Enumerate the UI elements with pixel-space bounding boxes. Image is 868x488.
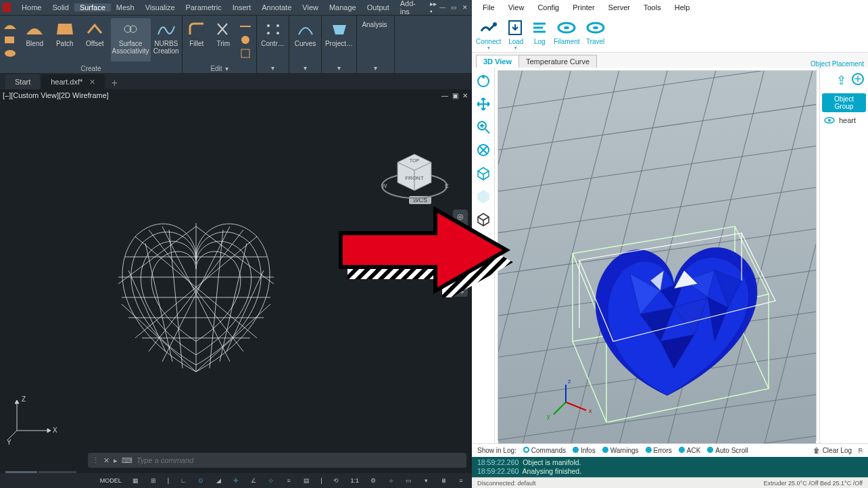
showmotion-icon[interactable]: ▦ <box>457 285 464 294</box>
extend-icon[interactable] <box>239 20 254 33</box>
chevron-down-icon[interactable]: ▾ <box>271 64 274 72</box>
maximize-icon[interactable]: ▭ <box>451 4 457 11</box>
cmd-history-icon[interactable]: ▸ <box>114 456 118 465</box>
blend-button[interactable]: Blend <box>20 18 49 62</box>
menu-solid[interactable]: Solid <box>47 3 74 11</box>
object-row[interactable]: heart <box>820 112 868 128</box>
pan-icon[interactable]: ✥ <box>458 230 464 239</box>
vp-minimize-icon[interactable]: — <box>441 92 448 99</box>
viewport[interactable]: WCS TOP FRONT W E S ◎ ✥ ⊕ ⟲ ▦ <box>0 101 472 488</box>
status-scale[interactable]: 1:1 <box>348 477 361 484</box>
3d-viewport[interactable]: x y z <box>498 70 817 441</box>
cube-icon[interactable] <box>475 211 491 227</box>
tab-temperature[interactable]: Temperature Curve <box>519 55 597 68</box>
ortho-icon[interactable]: ∟ <box>178 475 189 486</box>
connect-button[interactable]: Connect▾ <box>476 18 501 51</box>
r-menu-view[interactable]: View <box>503 3 530 11</box>
add-object-icon[interactable]: + <box>852 73 864 85</box>
transparency-icon[interactable]: ▤ <box>301 475 312 486</box>
workspace-icon[interactable]: ▭ <box>403 475 414 486</box>
filter-commands[interactable]: Commands <box>523 447 566 454</box>
angle-icon[interactable]: ∠ <box>248 475 259 486</box>
menu-annotate[interactable]: Annotate <box>256 3 297 11</box>
vp-restore-icon[interactable]: ▣ <box>452 92 458 99</box>
steering-wheel-icon[interactable]: ◎ <box>457 212 464 221</box>
osnap-icon[interactable]: ✛ <box>231 475 241 486</box>
r-menu-help[interactable]: Help <box>669 3 696 11</box>
close-icon[interactable]: ✕ <box>462 4 468 11</box>
r-menu-tools[interactable]: Tools <box>638 3 667 11</box>
polar-icon[interactable]: ⊙ <box>195 475 206 486</box>
grid-icon[interactable]: ▦ <box>130 475 141 486</box>
tab-file[interactable]: heart.dxf*✕ <box>41 74 105 89</box>
filter-errors[interactable]: Errors <box>646 447 672 454</box>
viewcube[interactable]: TOP FRONT W E S <box>377 135 452 210</box>
r-menu-file[interactable]: File <box>477 3 500 11</box>
surface-assoc-button[interactable]: Surface Associativity <box>111 18 151 62</box>
filter-ack[interactable]: ACK <box>679 447 701 454</box>
fillet-button[interactable]: Fillet <box>184 18 210 62</box>
menu-output[interactable]: Output <box>362 3 395 11</box>
minimize-icon[interactable]: — <box>439 4 445 11</box>
r-menu-server[interactable]: Server <box>603 3 635 11</box>
menu-view[interactable]: View <box>297 3 324 11</box>
otrack-icon[interactable]: ⊹ <box>266 475 276 486</box>
command-line[interactable]: ⋮ ✕ ▸ ⌨ <box>88 453 466 468</box>
menu-manage[interactable]: Manage <box>324 3 362 11</box>
r-menu-config[interactable]: Config <box>532 3 564 11</box>
monitor-icon[interactable]: 🖥 <box>438 475 449 486</box>
controls-button[interactable]: Contr… <box>258 18 287 59</box>
iso-icon[interactable]: ◢ <box>213 475 224 486</box>
tab-start[interactable]: Start <box>5 74 40 89</box>
patch-button[interactable]: Patch <box>51 18 80 62</box>
menu-addins[interactable]: Add-ins <box>395 0 427 16</box>
vp-close-icon[interactable]: ✕ <box>462 92 468 99</box>
menu-overflow-icon[interactable]: ▸▸ ▪ <box>430 0 439 15</box>
filter-infos[interactable]: Infos <box>573 447 596 454</box>
travel-button[interactable]: Travel <box>585 18 606 45</box>
reset-view-icon[interactable] <box>475 73 491 89</box>
filter-warnings[interactable]: Warnings <box>602 447 639 454</box>
close-tab-icon[interactable]: ✕ <box>89 78 95 87</box>
chevron-down-icon[interactable]: ▾ <box>304 64 307 72</box>
chevron-down-icon[interactable]: ▾ <box>374 64 377 72</box>
tab-3dview[interactable]: 3D View <box>476 55 519 68</box>
chevron-down-icon[interactable]: ▾ <box>337 64 341 72</box>
grid2-icon[interactable]: ⊞ <box>148 475 159 486</box>
menu-home[interactable]: Home <box>16 3 47 11</box>
menu-visualize[interactable]: Visualize <box>140 3 180 11</box>
custom-icon[interactable]: ≡ <box>456 475 466 486</box>
zoom-in-icon[interactable] <box>475 119 491 135</box>
nurbs-button[interactable]: NURBS Creation <box>152 18 181 62</box>
gear-icon[interactable]: ⚙ <box>368 475 379 486</box>
copy-log-icon[interactable]: ⎘ <box>859 447 863 454</box>
menu-parametric[interactable]: Parametric <box>180 3 227 11</box>
move-icon[interactable] <box>475 96 491 112</box>
clear-log-button[interactable]: 🗑Clear Log <box>813 447 852 454</box>
export-icon[interactable]: ⇪ <box>836 73 846 88</box>
status-model[interactable]: MODEL <box>98 477 124 484</box>
offset-button[interactable]: Offset <box>80 18 110 62</box>
curves-button[interactable]: Curves <box>291 18 320 59</box>
parallel-icon[interactable] <box>475 165 491 181</box>
sculpt-icon[interactable] <box>239 33 254 47</box>
cycling-icon[interactable]: ⟲ <box>331 475 341 486</box>
cmd-close-icon[interactable]: ✕ <box>103 456 110 465</box>
extract-icon[interactable] <box>239 47 254 60</box>
surface-loft-icon[interactable] <box>3 47 18 60</box>
project-button[interactable]: Project… <box>323 18 355 59</box>
zoom-icon[interactable]: ⊕ <box>458 249 464 258</box>
eye-icon[interactable] <box>824 116 835 124</box>
orbit-icon[interactable]: ⟲ <box>458 267 464 276</box>
viewport-label[interactable]: [–][Custom View][2D Wireframe] <box>3 91 109 99</box>
analysis-button[interactable]: Analysis <box>358 18 391 59</box>
new-tab-button[interactable]: + <box>106 77 122 89</box>
menu-surface[interactable]: Surface <box>74 3 111 11</box>
menu-insert[interactable]: Insert <box>227 3 257 11</box>
lineweight-icon[interactable]: ≡ <box>283 475 294 486</box>
cmd-handle-icon[interactable]: ⋮ <box>92 456 99 465</box>
more-icon[interactable]: ▾ <box>420 475 431 486</box>
menu-mesh[interactable]: Mesh <box>111 3 140 11</box>
trim-button[interactable]: Trim <box>211 18 237 62</box>
perspective-icon[interactable] <box>475 188 491 204</box>
